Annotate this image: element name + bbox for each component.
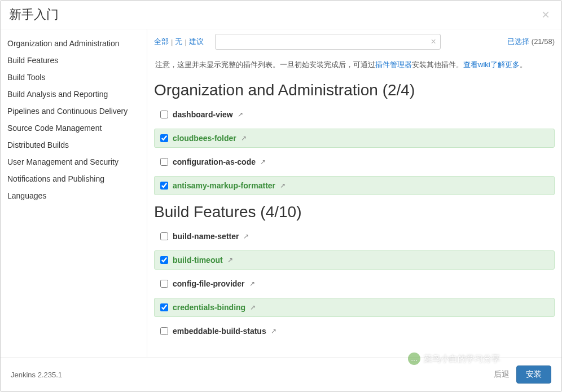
plugin-name: config-file-provider (173, 279, 245, 288)
sidebar-item[interactable]: Distributed Builds (1, 136, 147, 153)
dialog-footer: Jenkins 2.235.1 后退 安装 (1, 357, 561, 391)
clear-search-icon[interactable]: × (431, 37, 436, 47)
plugin-name: antisamy-markup-formatter (173, 181, 275, 190)
sidebar-item[interactable]: Build Tools (1, 69, 147, 86)
filter-links: 全部 | 无 | 建议 (154, 37, 204, 47)
filter-suggested[interactable]: 建议 (189, 37, 204, 47)
close-icon[interactable]: × (538, 7, 553, 23)
plugin-row[interactable]: build-name-setter↗ (154, 227, 555, 246)
plugin-checkbox[interactable] (160, 158, 168, 166)
plugin-row[interactable]: dashboard-view↗ (154, 105, 555, 124)
toolbar: 全部 | 无 | 建议 × 已选择 (21/58) (147, 29, 561, 54)
dialog-body: Organization and AdministrationBuild Fea… (1, 29, 561, 357)
external-link-icon[interactable]: ↗ (227, 256, 233, 264)
dialog-header: 新手入门 × (1, 1, 561, 29)
plugin-checkbox[interactable] (160, 303, 168, 311)
plugin-row[interactable]: cloudbees-folder↗ (154, 129, 555, 148)
plugin-name: embeddable-build-status (173, 327, 266, 336)
search-input[interactable] (215, 34, 441, 50)
search-wrapper: × (215, 34, 441, 50)
plugin-checkbox[interactable] (160, 327, 168, 335)
category-sidebar: Organization and AdministrationBuild Fea… (1, 29, 147, 357)
filter-none[interactable]: 无 (175, 37, 182, 47)
external-link-icon[interactable]: ↗ (280, 182, 286, 190)
filter-all[interactable]: 全部 (154, 37, 169, 47)
plugin-checkbox[interactable] (160, 280, 168, 288)
wiki-link[interactable]: 查看wiki了解更多 (463, 60, 520, 69)
sidebar-item[interactable]: Pipelines and Continuous Delivery (1, 103, 147, 120)
external-link-icon[interactable]: ↗ (238, 111, 243, 118)
plugin-name: build-name-setter (173, 232, 239, 241)
back-button[interactable]: 后退 (494, 369, 510, 380)
notice-text: 。 (520, 60, 527, 69)
sidebar-item[interactable]: Source Code Management (1, 120, 147, 136)
notice-text: 注意，这里并未显示完整的插件列表。一旦初始安装完成后，可通过 (155, 60, 375, 69)
sidebar-item[interactable]: Organization and Administration (1, 35, 147, 52)
plugin-row[interactable]: configuration-as-code↗ (154, 152, 555, 171)
plugin-name: cloudbees-folder (173, 134, 236, 143)
sidebar-item[interactable]: User Management and Security (1, 153, 147, 170)
plugin-checkbox[interactable] (160, 111, 168, 118)
plugin-name: credentials-binding (173, 303, 245, 312)
plugin-row[interactable]: build-timeout↗ (154, 250, 555, 270)
plugin-manager-link[interactable]: 插件管理器 (375, 60, 412, 69)
separator: | (171, 38, 173, 46)
separator: | (185, 38, 186, 46)
external-link-icon[interactable]: ↗ (241, 134, 247, 142)
plugin-name: build-timeout (173, 256, 223, 265)
external-link-icon[interactable]: ↗ (271, 327, 276, 335)
sidebar-item[interactable]: Languages (1, 187, 147, 204)
plugin-name: configuration-as-code (173, 157, 256, 166)
section-title: Organization and Administration (2/4) (154, 81, 555, 99)
plugin-checkbox[interactable] (160, 134, 168, 142)
plugin-checkbox[interactable] (160, 182, 168, 190)
section-title: Build Features (4/10) (154, 203, 555, 221)
external-link-icon[interactable]: ↗ (250, 303, 256, 311)
setup-wizard-dialog: 新手入门 × Organization and AdministrationBu… (0, 0, 562, 392)
sidebar-item[interactable]: Build Features (1, 52, 147, 69)
sidebar-item[interactable]: Build Analysis and Reporting (1, 86, 147, 103)
external-link-icon[interactable]: ↗ (249, 280, 255, 288)
plugin-row[interactable]: embeddable-build-status↗ (154, 321, 555, 341)
plugin-list[interactable]: Organization and Administration (2/4)das… (147, 73, 561, 357)
plugin-checkbox[interactable] (160, 232, 168, 240)
version-label: Jenkins 2.235.1 (11, 371, 62, 379)
notice-text: 安装其他插件。 (412, 60, 463, 69)
selection-counter: 已选择 (21/58) (507, 37, 555, 47)
external-link-icon[interactable]: ↗ (260, 158, 266, 166)
plugin-checkbox[interactable] (160, 256, 168, 264)
install-button[interactable]: 安装 (516, 365, 551, 384)
dialog-title: 新手入门 (9, 6, 59, 23)
footer-actions: 后退 安装 (494, 365, 551, 384)
plugin-row[interactable]: credentials-binding↗ (154, 298, 555, 317)
plugin-name: dashboard-view (173, 110, 233, 119)
selected-count: (21/58) (532, 37, 555, 46)
sidebar-item[interactable]: Notifications and Publishing (1, 170, 147, 187)
plugin-row[interactable]: config-file-provider↗ (154, 274, 555, 293)
plugin-row[interactable]: antisamy-markup-formatter↗ (154, 176, 555, 195)
selected-label: 已选择 (507, 37, 529, 46)
plugin-main: 全部 | 无 | 建议 × 已选择 (21/58) 注意，这里并未显示完整的插件… (147, 29, 561, 357)
notice-bar: 注意，这里并未显示完整的插件列表。一旦初始安装完成后，可通过插件管理器安装其他插… (147, 54, 561, 73)
external-link-icon[interactable]: ↗ (243, 232, 249, 240)
